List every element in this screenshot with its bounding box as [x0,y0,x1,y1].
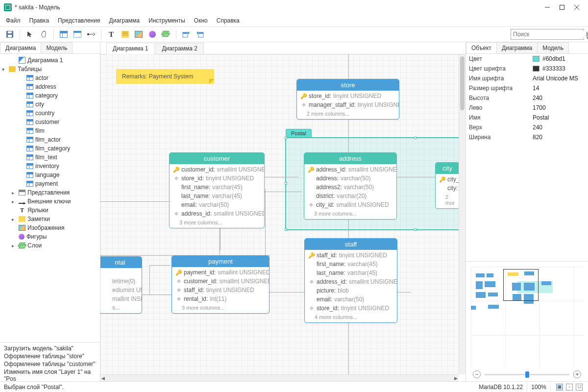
column: email: varchar(50) [305,295,397,304]
tree-item[interactable]: film_category [0,144,100,153]
column: 🔑store_id: tinyint UNSIGNED [297,92,399,100]
tree-item[interactable]: ▸Слои [0,241,100,250]
column: 🔑customer_id: smallint UNSIGNED [170,165,264,174]
overview-panel[interactable]: − + [466,261,588,381]
fk-tool[interactable] [85,28,97,40]
property-row[interactable]: ИмяPostal [466,113,588,122]
entity-city[interactable]: city🔑city_ city: 2 mor [435,162,460,209]
snap-icon[interactable]: ▫ [566,384,573,391]
zoom-slider[interactable] [485,374,569,375]
tab-r-diagram[interactable]: Диаграмма [496,42,538,53]
entity-address[interactable]: address🔑address_id: smallint UNSIGNEDadd… [304,152,397,220]
entity-header: customer [170,153,264,164]
status-message: Выбран слой "Postal". [4,384,64,391]
tree-item[interactable]: customer [0,118,100,126]
zoom-out-button[interactable]: − [473,370,481,378]
minimize-button[interactable] [540,0,555,15]
tab-object[interactable]: Объект [466,42,497,53]
menu-Диаграмма[interactable]: Диаграмма [105,16,144,25]
menu-Инструменты[interactable]: Инструменты [145,16,189,25]
entity-customer[interactable]: customer🔑customer_id: smallint UNSIGNEDs… [169,152,265,228]
maximize-button[interactable] [555,0,569,15]
more-columns: 2 more columns... [297,109,399,118]
tree-item[interactable]: language [0,171,100,179]
menu-Справка[interactable]: Справка [213,16,244,25]
tree-item[interactable]: address [0,82,100,91]
tree-item[interactable]: category [0,91,100,100]
grid-icon[interactable]: ▦ [556,384,563,391]
tab-r-model[interactable]: Модель [537,42,569,53]
tree-item[interactable]: ▾Таблицы [0,65,100,74]
import-button[interactable] [180,28,192,40]
image-tool[interactable] [133,28,145,40]
left-panel: Диаграмма Модель Диаграмма 1▾Таблицыacto… [0,42,100,381]
tree-item[interactable]: film_actor [0,135,100,144]
note-tool[interactable] [119,28,131,40]
history-line[interactable]: Оформление таблицы "store" [4,352,96,360]
history-line[interactable]: Оформление таблицы "customer" [4,360,96,368]
menu-Окно[interactable]: Окно [190,16,212,25]
tree-item[interactable]: inventory [0,162,100,171]
property-row[interactable]: Ширина820 [466,132,588,142]
shape-tool[interactable] [147,28,158,40]
entity-rental[interactable]: ntal tetime(0) ediumint UNSIGN... mallin… [100,256,142,314]
menu-Правка[interactable]: Правка [25,16,53,25]
close-button[interactable] [569,0,584,15]
entity-header: payment [172,256,269,267]
hand-tool[interactable] [38,28,49,40]
property-row[interactable]: Размер шрифта14 [466,83,588,93]
history-line[interactable]: Изменить имя слоя "Layer 1" на "Pos [4,368,96,381]
history-line[interactable]: Загрузить модель "sakila" [4,344,96,352]
status-zoom: 100% [531,384,546,391]
tree-item[interactable]: ▸Представления [0,188,100,197]
property-row[interactable]: Лево1700 [466,103,588,113]
text-tool[interactable]: T [105,28,117,40]
layer-tool[interactable] [160,28,172,40]
entity-store[interactable]: store🔑store_id: tinyint UNSIGNEDmanager_… [296,79,399,120]
search-box[interactable] [511,29,584,40]
tab-model[interactable]: Модель [41,42,73,53]
tree-item[interactable]: country [0,109,100,118]
entity-staff[interactable]: staff🔑staff_id: tinyint UNSIGNEDfirst_na… [304,238,397,323]
svg-rect-1 [560,5,564,10]
scrollbar-vertical[interactable] [459,54,466,374]
zoom-in-button[interactable]: + [573,370,581,378]
property-row[interactable]: Высота240 [466,93,588,103]
tab-diagram[interactable]: Диаграмма [0,42,41,53]
search-input[interactable] [513,31,587,38]
canvas-tab-1[interactable]: Диаграмма 1 [106,43,154,54]
menubar: ФайлПравкаПредставлениеДиаграммаИнструме… [0,15,588,26]
tree-item[interactable]: Фигуры [0,232,100,241]
tree-item[interactable]: Диаграмма 1 [0,56,100,65]
more-columns: 3 more columns... [172,303,269,312]
tree-item[interactable]: TЯрлыки [0,206,100,215]
tree-item[interactable]: city [0,100,100,109]
property-row[interactable]: Цвет#60dbd1 [466,54,588,64]
view-tool[interactable] [72,28,83,40]
scrollbar-horizontal[interactable] [100,374,459,381]
entity-payment[interactable]: payment🔑payment_id: smallint UNSIGNEDcus… [172,255,270,314]
pointer-tool[interactable] [24,28,36,40]
tree-item[interactable]: payment [0,179,100,188]
page-icon[interactable]: ☐ [576,384,583,391]
canvas[interactable]: Remarks: Payment System Location Postal [100,54,459,374]
tree-item[interactable]: ▸Внешние ключи [0,197,100,206]
tree-item[interactable]: film_text [0,153,100,162]
tree-item[interactable]: Изображения [0,223,100,232]
canvas-tab-2[interactable]: Диаграмма 2 [155,43,203,54]
tree-item[interactable]: film [0,126,100,135]
property-row[interactable]: Цвет шрифта#333333 [466,64,588,74]
column: customer_id: smallint UNSIGNED [172,277,269,286]
tree-item[interactable]: actor [0,74,100,82]
menu-Представление[interactable]: Представление [54,16,104,25]
tree-item[interactable]: ▸Заметки [0,215,100,223]
property-row[interactable]: Верх240 [466,122,588,132]
menu-Файл[interactable]: Файл [2,16,24,25]
export-button[interactable] [194,28,206,40]
column: rental_id: int(11) [172,294,269,303]
property-row[interactable]: Имя шрифтаArial Unicode MS [466,74,588,83]
column: 🔑address_id: smallint UNSIGNED [304,165,396,174]
note-remarks[interactable]: Remarks: Payment System [116,69,214,84]
save-button[interactable] [4,28,16,40]
table-tool[interactable] [58,28,70,40]
